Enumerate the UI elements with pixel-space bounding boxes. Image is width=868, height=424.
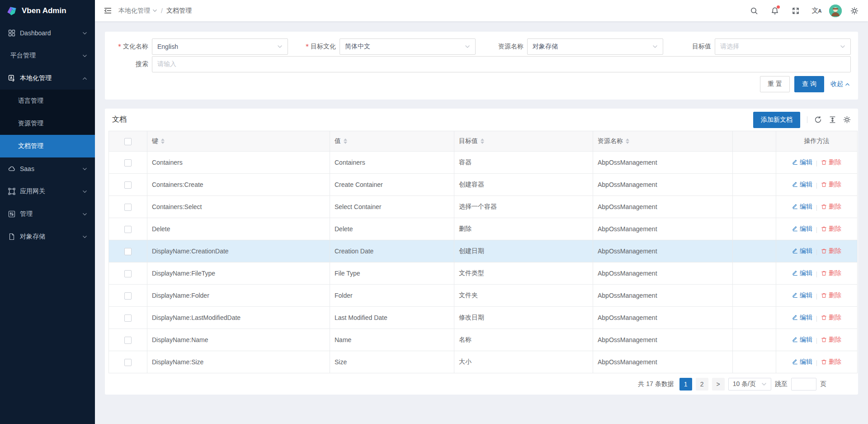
sort-icon[interactable] bbox=[626, 138, 629, 144]
edit-button[interactable]: 编辑 bbox=[792, 181, 812, 189]
cell-resource-name: AbpOssManagement bbox=[593, 174, 733, 196]
row-checkbox[interactable] bbox=[124, 314, 132, 322]
edit-button[interactable]: 编辑 bbox=[792, 291, 812, 300]
cell-key: Containers:Select bbox=[147, 196, 330, 218]
row-checkbox[interactable] bbox=[124, 204, 132, 211]
sort-icon[interactable] bbox=[481, 138, 484, 144]
row-checkbox[interactable] bbox=[124, 292, 132, 300]
resource-name-select[interactable]: 对象存储 bbox=[527, 38, 663, 55]
user-avatar[interactable] bbox=[829, 5, 842, 17]
jump-page-input[interactable] bbox=[791, 378, 816, 391]
sidebar-item-management[interactable]: 管理 bbox=[0, 203, 95, 225]
file-icon bbox=[8, 233, 15, 241]
delete-button[interactable]: 删除 bbox=[821, 269, 841, 277]
sidebar-item-language-management[interactable]: 语言管理 bbox=[0, 90, 95, 112]
row-checkbox[interactable] bbox=[124, 337, 132, 344]
table-row[interactable]: Containers:CreateCreate Container创建容器Abp… bbox=[109, 174, 858, 196]
row-checkbox[interactable] bbox=[124, 159, 132, 167]
notification-dot bbox=[777, 5, 780, 9]
cell-value: Creation Date bbox=[330, 240, 454, 262]
collapse-filter-link[interactable]: 收起 bbox=[830, 80, 850, 88]
column-settings-gear-icon[interactable] bbox=[843, 116, 851, 124]
target-culture-select[interactable]: 简体中文 bbox=[340, 38, 476, 55]
settings-gear-icon[interactable] bbox=[846, 3, 863, 19]
reset-button[interactable]: 重 置 bbox=[760, 76, 790, 92]
cell-value: Name bbox=[330, 329, 454, 351]
sort-icon[interactable] bbox=[161, 138, 165, 144]
table-row[interactable]: DisplayName:LastModifiedDateLast Modifie… bbox=[109, 307, 858, 329]
delete-button[interactable]: 删除 bbox=[821, 203, 841, 211]
translate-icon[interactable]: 文A bbox=[808, 3, 825, 19]
select-all-checkbox[interactable] bbox=[124, 138, 132, 145]
edit-button[interactable]: 编辑 bbox=[792, 247, 812, 255]
edit-button[interactable]: 编辑 bbox=[792, 314, 812, 322]
delete-button[interactable]: 删除 bbox=[821, 291, 841, 300]
delete-button[interactable]: 删除 bbox=[821, 247, 841, 255]
row-checkbox[interactable] bbox=[124, 359, 132, 366]
table-row[interactable]: DisplayName:FolderFolder文件夹AbpOssManagem… bbox=[109, 285, 858, 307]
row-checkbox[interactable] bbox=[124, 181, 132, 189]
delete-button[interactable]: 删除 bbox=[821, 358, 841, 366]
chevron-down-icon bbox=[82, 167, 87, 172]
target-value-select[interactable]: 请选择 bbox=[715, 38, 851, 55]
page-size-value: 10 条/页 bbox=[733, 380, 756, 388]
field-label: 资源名称 bbox=[487, 43, 524, 51]
sidebar-item-label: Dashboard bbox=[20, 29, 78, 37]
breadcrumb-root[interactable]: 本地化管理 bbox=[118, 7, 157, 15]
search-input[interactable]: 请输入 bbox=[152, 56, 851, 72]
select-value: 简体中文 bbox=[345, 43, 370, 51]
header-actions: 文A bbox=[746, 3, 863, 19]
edit-button[interactable]: 编辑 bbox=[792, 269, 812, 277]
sidebar-item-gateway[interactable]: 应用网关 bbox=[0, 180, 95, 203]
sidebar-item-platform[interactable]: 平台管理 bbox=[0, 44, 95, 67]
page-button-1[interactable]: 1 bbox=[679, 378, 692, 391]
next-page-button[interactable]: > bbox=[712, 378, 725, 391]
fullscreen-icon[interactable] bbox=[788, 3, 804, 19]
row-checkbox[interactable] bbox=[124, 226, 132, 233]
table-row[interactable]: DeleteDelete删除AbpOssManagement编辑删除 bbox=[109, 218, 858, 240]
app-logo[interactable]: Vben Admin bbox=[0, 0, 95, 22]
sidebar-item-document-management[interactable]: 文档管理 bbox=[0, 135, 95, 157]
sidebar-item-dashboard[interactable]: Dashboard bbox=[0, 22, 95, 44]
delete-button[interactable]: 删除 bbox=[821, 314, 841, 322]
table-row[interactable]: ContainersContainers容器AbpOssManagement编辑… bbox=[109, 152, 858, 174]
sidebar-item-localization[interactable]: 本地化管理 bbox=[0, 67, 95, 90]
chevron-up-icon bbox=[82, 76, 87, 81]
refresh-icon[interactable] bbox=[814, 116, 822, 124]
search-icon[interactable] bbox=[746, 3, 762, 19]
delete-button[interactable]: 删除 bbox=[821, 225, 841, 233]
table-row[interactable]: DisplayName:FileTypeFile Type文件类型AbpOssM… bbox=[109, 262, 858, 285]
cell-resource-name: AbpOssManagement bbox=[593, 196, 733, 218]
page-button-2[interactable]: 2 bbox=[696, 378, 708, 391]
delete-trash-icon bbox=[821, 292, 827, 298]
row-height-icon[interactable] bbox=[829, 116, 836, 124]
delete-button[interactable]: 删除 bbox=[821, 336, 841, 344]
add-document-button[interactable]: 添加新文档 bbox=[753, 112, 800, 128]
breadcrumb: 本地化管理 / 文档管理 bbox=[118, 7, 192, 15]
query-button[interactable]: 查 询 bbox=[794, 76, 824, 92]
sidebar-item-resource-management[interactable]: 资源管理 bbox=[0, 112, 95, 135]
edit-button[interactable]: 编辑 bbox=[792, 225, 812, 233]
table-row[interactable]: DisplayName:SizeSize大小AbpOssManagement编辑… bbox=[109, 351, 858, 373]
sliders-icon bbox=[8, 210, 15, 218]
table-row[interactable]: DisplayName:NameName名称AbpOssManagement编辑… bbox=[109, 329, 858, 351]
edit-button[interactable]: 编辑 bbox=[792, 336, 812, 344]
edit-button[interactable]: 编辑 bbox=[792, 203, 812, 211]
table-row[interactable]: DisplayName:CreationDateCreation Date创建日… bbox=[109, 240, 858, 262]
sort-icon[interactable] bbox=[344, 138, 347, 144]
chevron-down-icon bbox=[277, 44, 283, 49]
menu-fold-icon[interactable] bbox=[100, 4, 115, 18]
page-size-select[interactable]: 10 条/页 bbox=[728, 378, 771, 391]
row-checkbox[interactable] bbox=[124, 248, 132, 255]
notification-bell-icon[interactable] bbox=[767, 3, 783, 19]
culture-name-select[interactable]: English bbox=[152, 38, 288, 55]
sidebar-item-object-storage[interactable]: 对象存储 bbox=[0, 225, 95, 248]
sidebar-item-saas[interactable]: Saas bbox=[0, 157, 95, 180]
sidebar-item-label: 语言管理 bbox=[18, 97, 43, 105]
table-row[interactable]: Containers:SelectSelect Container选择一个容器A… bbox=[109, 196, 858, 218]
edit-button[interactable]: 编辑 bbox=[792, 158, 812, 167]
row-checkbox[interactable] bbox=[124, 270, 132, 277]
edit-button[interactable]: 编辑 bbox=[792, 358, 812, 366]
delete-button[interactable]: 删除 bbox=[821, 158, 841, 167]
delete-button[interactable]: 删除 bbox=[821, 181, 841, 189]
